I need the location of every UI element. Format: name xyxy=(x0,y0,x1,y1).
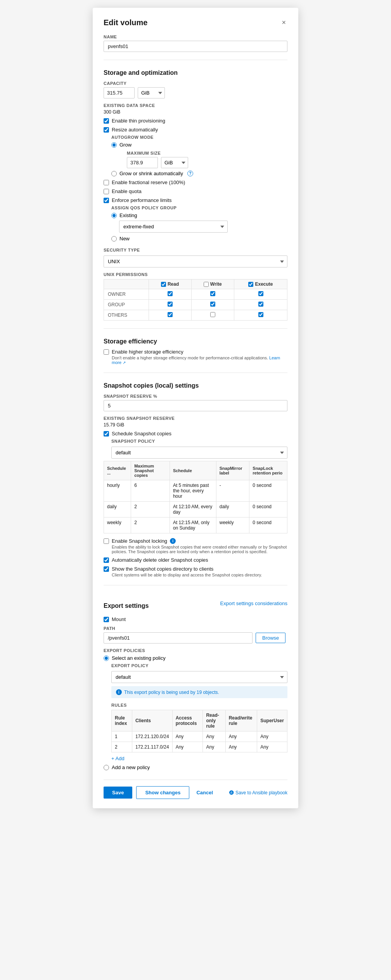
export-considerations-link[interactable]: Export settings considerations xyxy=(220,600,287,606)
path-input[interactable] xyxy=(104,632,253,644)
enable-locking-label: Enable Snapshot locking xyxy=(112,538,167,544)
snapshot-policy-select[interactable]: default xyxy=(111,447,287,459)
snap-daily-schedule: daily xyxy=(104,502,131,518)
locking-info-icon: i xyxy=(170,538,176,544)
save-button[interactable]: Save xyxy=(104,787,132,799)
snapshot-reserve-label: SNAPSHOT RESERVE % xyxy=(104,394,287,399)
select-existing-policy-radio[interactable] xyxy=(104,656,109,661)
unix-row-owner: OWNER xyxy=(104,289,287,300)
qos-policy-select[interactable]: extreme-fixed xyxy=(119,221,228,233)
snap-hourly-schedule: hourly xyxy=(104,480,131,502)
rules-col-readwrite: Read/write rule xyxy=(225,710,257,732)
fractional-reserve-checkbox[interactable] xyxy=(104,180,109,185)
rules-row1-readwrite: Any xyxy=(225,732,257,742)
show-directory-checkbox[interactable] xyxy=(104,566,109,572)
storage-section: Storage and optimization CAPACITY GiB EX… xyxy=(104,69,287,321)
unix-header-write-checkbox[interactable] xyxy=(204,282,209,287)
enforce-perf-checkbox[interactable] xyxy=(104,198,109,203)
autogrow-label: AUTOGROW MODE xyxy=(111,135,287,140)
cancel-button[interactable]: Cancel xyxy=(193,787,216,799)
unix-group-execute[interactable] xyxy=(258,302,263,307)
unix-header-read-checkbox[interactable] xyxy=(161,282,166,287)
name-input[interactable] xyxy=(104,41,287,52)
unix-header-execute-checkbox[interactable] xyxy=(248,282,253,287)
enforce-perf-row: Enforce performance limits xyxy=(104,197,287,203)
schedule-snapshot-checkbox[interactable] xyxy=(104,431,109,437)
capacity-unit-select[interactable]: GiB xyxy=(138,87,165,98)
unix-group-write[interactable] xyxy=(210,302,215,307)
qos-new-label: New xyxy=(119,236,130,242)
rules-row2-readonly: Any xyxy=(203,742,225,752)
qos-existing-radio[interactable] xyxy=(111,213,117,218)
schedule-snapshot-row: Schedule Snapshot copies xyxy=(104,431,287,437)
unix-owner-execute[interactable] xyxy=(258,291,263,296)
rules-label: RULES xyxy=(111,703,287,707)
snap-weekly-max: 2 xyxy=(131,518,170,533)
unix-owner-label: OWNER xyxy=(104,289,149,300)
unix-col-empty xyxy=(104,280,149,289)
grow-shrink-radio[interactable] xyxy=(111,171,117,176)
unix-others-read[interactable] xyxy=(168,312,173,317)
unix-row-group: GROUP xyxy=(104,300,287,310)
close-button[interactable]: × xyxy=(280,17,287,28)
max-size-label: MAXIMUM SIZE xyxy=(127,151,287,155)
snap-weekly-detail: At 12:15 AM, only on Sunday xyxy=(170,518,216,533)
rules-row1-index: 1 xyxy=(112,732,132,742)
show-changes-button[interactable]: Show changes xyxy=(136,786,189,799)
enable-locking-checkbox[interactable] xyxy=(104,538,109,544)
add-new-policy-radio[interactable] xyxy=(104,765,109,770)
thin-provisioning-row: Enable thin provisioning xyxy=(104,118,287,124)
snapshot-policy-label: SNAPSHOT POLICY xyxy=(111,439,287,443)
thin-provisioning-label: Enable thin provisioning xyxy=(112,118,165,124)
grow-shrink-label: Grow or shrink automatically xyxy=(119,171,183,176)
qos-new-row: New xyxy=(111,236,287,242)
qos-new-radio[interactable] xyxy=(111,236,117,242)
unix-group-read[interactable] xyxy=(168,302,173,307)
locking-info-text: Enables the ability to lock Snapshot cop… xyxy=(112,545,287,554)
qos-existing-label: Existing xyxy=(119,212,137,218)
rules-col-index: Rule index xyxy=(112,710,132,732)
select-existing-policy-row: Select an existing policy xyxy=(104,655,287,661)
max-size-unit-select[interactable]: GiB xyxy=(161,157,188,168)
export-policies-label: EXPORT POLICIES xyxy=(104,648,287,653)
grow-radio[interactable] xyxy=(111,142,117,148)
enable-quota-label: Enable quota xyxy=(112,188,142,194)
export-policy-select[interactable]: default xyxy=(111,671,287,683)
unix-others-execute[interactable] xyxy=(258,312,263,317)
enforce-perf-label: Enforce performance limits xyxy=(112,197,172,203)
storage-section-title: Storage and optimization xyxy=(104,69,287,76)
resize-auto-checkbox[interactable] xyxy=(104,127,109,133)
add-rule-link[interactable]: + Add xyxy=(111,756,125,761)
capacity-input[interactable] xyxy=(104,87,135,98)
existing-data-value: 300 GiB xyxy=(104,109,287,115)
browse-button[interactable]: Browse xyxy=(256,633,285,643)
higher-efficiency-checkbox[interactable] xyxy=(104,349,109,355)
auto-delete-checkbox[interactable] xyxy=(104,557,109,563)
unix-others-write[interactable] xyxy=(210,312,215,317)
max-size-input[interactable] xyxy=(127,157,158,168)
existing-data-label: EXISTING DATA SPACE xyxy=(104,103,287,108)
rules-row1-protocols: Any xyxy=(172,732,203,742)
snapshot-reserve-input[interactable] xyxy=(104,400,287,411)
rules-row2-superuser: Any xyxy=(257,742,287,752)
policy-info-text: This export policy is being used by 19 o… xyxy=(124,690,219,695)
unix-others-label: OTHERS xyxy=(104,310,149,321)
mount-checkbox[interactable] xyxy=(104,617,109,622)
rules-table: Rule index Clients Access protocols Read… xyxy=(111,710,287,752)
security-type-select[interactable]: UNIX xyxy=(104,255,287,267)
enable-locking-row: Enable Snapshot locking i xyxy=(104,538,287,544)
fractional-reserve-label: Enable fractional reserve (100%) xyxy=(112,179,185,185)
thin-provisioning-checkbox[interactable] xyxy=(104,118,109,124)
snap-col-lock: SnapLock retention perio xyxy=(249,461,287,480)
rules-row-1: 1 172.21.120.0/24 Any Any Any Any xyxy=(112,732,287,742)
enable-quota-checkbox[interactable] xyxy=(104,189,109,194)
unix-permissions-table: Read Write Execute xyxy=(104,279,287,321)
snap-weekly-lock: 0 second xyxy=(249,518,287,533)
grow-shrink-help-icon[interactable]: ? xyxy=(187,171,193,176)
save-to-ansible-link[interactable]: 🅐 Save to Ansible playbook xyxy=(229,790,287,795)
security-type-label: SECURITY TYPE xyxy=(104,248,287,252)
show-directory-label: Show the Snapshot copies directory to cl… xyxy=(112,566,213,572)
unix-owner-write[interactable] xyxy=(210,291,215,296)
auto-delete-label: Automatically delete older Snapshot copi… xyxy=(112,557,208,563)
unix-owner-read[interactable] xyxy=(168,291,173,296)
